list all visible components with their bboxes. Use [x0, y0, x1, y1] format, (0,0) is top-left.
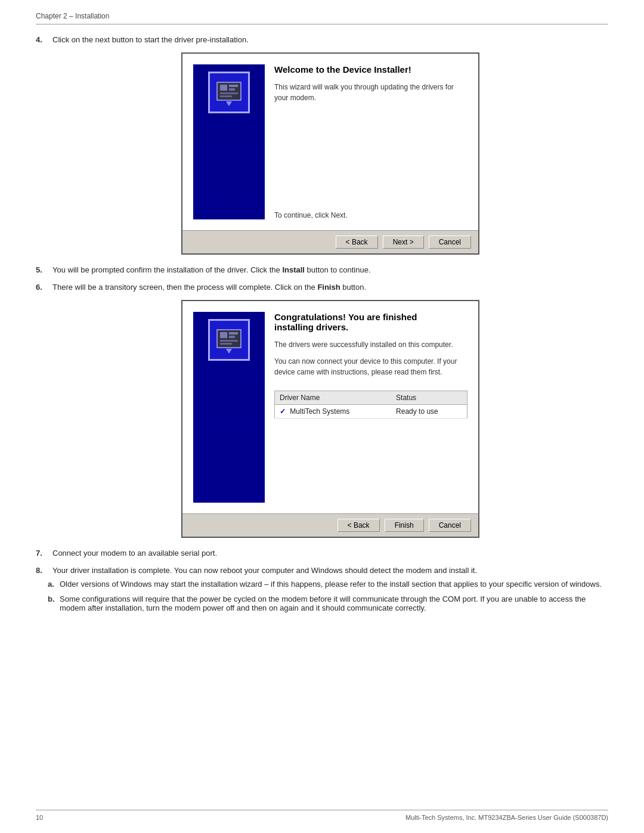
dialog-icon-panel-2 — [193, 312, 265, 503]
dialog-1-body: This wizard will walk you through updati… — [274, 82, 467, 103]
svg-rect-12 — [220, 343, 232, 345]
congratulations-icon — [208, 319, 250, 361]
dialog-box-2: Congratulations! You are finished instal… — [181, 300, 479, 538]
dialog-2-body2: You can now connect your device to this … — [274, 356, 467, 377]
dialog-1-back-button[interactable]: < Back — [336, 236, 378, 249]
svg-rect-4 — [220, 92, 238, 94]
chapter-header: Chapter 2 – Installation — [36, 12, 608, 24]
installer-icon — [208, 72, 250, 113]
step-4-text: Click on the next button to start the dr… — [52, 35, 608, 44]
congratulations-svg-icon — [214, 325, 244, 355]
sub-steps-list: a. Older versions of Windows may start t… — [48, 580, 608, 618]
step-5-text: You will be prompted confirm the install… — [52, 265, 608, 274]
step-4-num: 4. — [36, 35, 52, 44]
step-7-num: 7. — [36, 549, 52, 558]
step-5-num: 5. — [36, 265, 52, 274]
driver-status-cell: Ready to use — [391, 405, 467, 419]
sub-step-b: b. Some configurations will require that… — [48, 594, 608, 612]
svg-rect-9 — [229, 332, 238, 335]
sub-step-a-text: Older versions of Windows may start the … — [60, 580, 602, 589]
checkmark-icon: ✓ — [280, 407, 286, 416]
congratulations-dialog: Congratulations! You are finished instal… — [52, 300, 608, 538]
dialog-2-cancel-button[interactable]: Cancel — [429, 519, 471, 532]
svg-rect-10 — [229, 336, 235, 338]
step-5: 5. You will be prompted confirm the inst… — [36, 265, 608, 274]
svg-rect-1 — [220, 85, 227, 91]
dialog-1-cancel-button[interactable]: Cancel — [429, 236, 471, 249]
dialog-right-2: Congratulations! You are finished instal… — [274, 312, 467, 503]
dialog-1-title: Welcome to the Device Installer! — [274, 64, 467, 75]
blue-decoration-1 — [193, 112, 265, 219]
step-6-num: 6. — [36, 283, 52, 292]
dialog-2-buttons-bar: < Back Finish Cancel — [182, 513, 478, 537]
installer-svg-icon — [214, 78, 244, 107]
driver-table-header-name: Driver Name — [275, 391, 392, 405]
svg-rect-5 — [220, 95, 232, 97]
step-8-num: 8. — [36, 566, 52, 575]
dialog-1-buttons-bar: < Back Next > Cancel — [182, 230, 478, 253]
page-number: 10 — [36, 814, 43, 821]
step-6-text: There will be a transitory screen, then … — [52, 283, 608, 292]
svg-rect-8 — [220, 332, 227, 338]
dialog-icon-panel-1 — [193, 64, 265, 219]
svg-marker-6 — [226, 101, 232, 106]
dialog-2-body1: The drivers were successfully installed … — [274, 339, 467, 350]
driver-table: Driver Name Status ✓ MultiTech Systems R… — [274, 391, 467, 419]
step-6: 6. There will be a transitory screen, th… — [36, 283, 608, 292]
sub-step-a: a. Older versions of Windows may start t… — [48, 580, 608, 589]
step-8: 8. Your driver installation is complete.… — [36, 566, 608, 618]
blue-decoration-2 — [193, 360, 265, 503]
dialog-box-1: Welcome to the Device Installer! This wi… — [181, 52, 479, 255]
sub-step-a-label: a. — [48, 580, 60, 589]
svg-rect-3 — [229, 88, 235, 91]
step-7: 7. Connect your modem to an available se… — [36, 549, 608, 558]
dialog-1-footer: To continue, click Next. — [274, 202, 467, 219]
dialog-content-1: Welcome to the Device Installer! This wi… — [182, 54, 478, 230]
sub-step-b-text: Some configurations will require that th… — [60, 594, 608, 612]
svg-rect-2 — [229, 85, 238, 87]
svg-marker-13 — [226, 349, 232, 354]
sub-step-b-label: b. — [48, 594, 60, 612]
device-installer-dialog: Welcome to the Device Installer! This wi… — [52, 52, 608, 255]
page-footer: 10 Multi-Tech Systems, Inc. MT9234ZBA-Se… — [36, 810, 608, 821]
dialog-1-next-button[interactable]: Next > — [383, 236, 424, 249]
table-row: ✓ MultiTech Systems Ready to use — [275, 405, 467, 419]
dialog-2-back-button[interactable]: < Back — [338, 519, 380, 532]
dialog-content-2: Congratulations! You are finished instal… — [182, 301, 478, 513]
step-7-text: Connect your modem to an available seria… — [52, 549, 608, 558]
step-8-text: Your driver installation is complete. Yo… — [52, 566, 477, 575]
step-4: 4. Click on the next button to start the… — [36, 35, 608, 44]
driver-table-header-status: Status — [391, 391, 467, 405]
svg-rect-11 — [220, 340, 238, 342]
company-info: Multi-Tech Systems, Inc. MT9234ZBA-Serie… — [405, 814, 608, 821]
dialog-right-1: Welcome to the Device Installer! This wi… — [274, 64, 467, 219]
driver-name-cell: ✓ MultiTech Systems — [275, 405, 392, 419]
dialog-2-finish-button[interactable]: Finish — [385, 519, 424, 532]
chapter-header-text: Chapter 2 – Installation — [36, 12, 109, 20]
dialog-2-title: Congratulations! You are finished instal… — [274, 312, 467, 332]
